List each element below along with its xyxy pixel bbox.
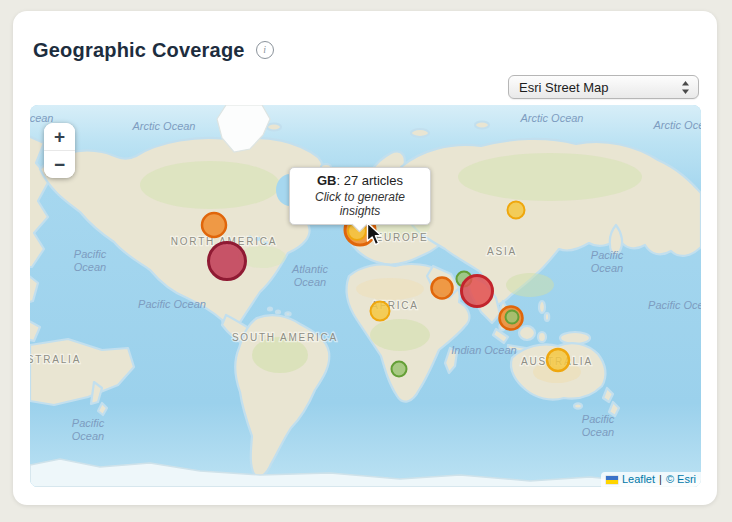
ocean-label: AtlanticOcean [291,263,329,288]
map-marker-yellow[interactable] [547,349,569,371]
zoom-in-button[interactable]: + [44,123,75,151]
map-marker-crimson[interactable] [209,243,246,280]
continent-label: EUROPE [375,232,428,243]
ocean-label: PacificOcean [591,249,624,274]
ocean-label: PacificOcean [74,248,107,273]
map-marker-green[interactable] [506,311,519,324]
ocean-label: Arctic Ocean [30,112,53,124]
continent-label: STRALIA [30,354,81,365]
ocean-label: Arctic Ocean [520,112,584,124]
mouse-cursor-icon [366,222,383,251]
select-arrows-icon [681,80,690,95]
tooltip-title: GB: 27 articles [298,173,422,188]
zoom-control: + − [44,123,75,178]
map-marker-yellow[interactable] [371,302,390,321]
card-header: Geographic Coverage i [33,35,697,65]
ocean-label: PacificOcean [582,413,615,438]
ocean-label: Pacific Ocean [138,298,206,310]
page-title: Geographic Coverage [33,39,245,62]
map-marker-red[interactable] [462,276,493,307]
tooltip-hint: Click to generate insights [298,190,422,218]
tooltip-country: GB [317,173,337,188]
attribution-separator: | [659,472,662,487]
ocean-label: Indian Ocean [451,344,516,356]
leaflet-link[interactable]: Leaflet [622,472,655,487]
tooltip-detail: : 27 articles [337,173,403,188]
basemap-select-value: Esri Street Map [519,80,681,95]
continent-label: SOUTH AMERICA [232,332,338,343]
info-icon[interactable]: i [256,41,274,59]
basemap-select[interactable]: Esri Street Map [508,75,699,99]
map-marker-orange[interactable] [432,278,453,299]
ocean-label: Pacific Ocean [648,299,701,311]
esri-link[interactable]: © Esri [666,472,696,487]
world-map-svg: Arctic OceanArctic OceanArctic OceanArct… [30,105,701,487]
geographic-coverage-card: Geographic Coverage i Esri Street Map [13,11,717,505]
world-map[interactable]: Arctic OceanArctic OceanArctic OceanArct… [30,105,701,487]
ocean-label: Arctic Ocean [132,120,196,132]
ocean-label: Arctic Ocean [653,119,701,131]
map-attribution: Leaflet | © Esri [601,472,701,487]
map-marker-yellow[interactable] [508,202,525,219]
zoom-out-button[interactable]: − [44,151,75,178]
ocean-label: PacificOcean [72,417,105,442]
map-marker-green[interactable] [392,362,407,377]
marker-tooltip: GB: 27 articles Click to generate insigh… [289,167,431,225]
ukraine-flag-icon [606,476,618,484]
continent-label: ASIA [487,246,517,257]
map-marker-orange[interactable] [202,213,226,237]
